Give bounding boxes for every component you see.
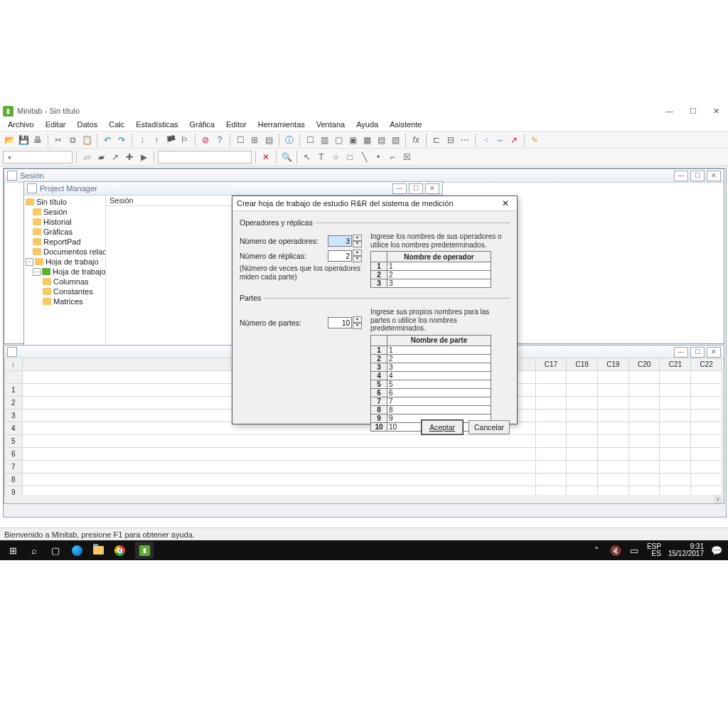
brush-icon[interactable]: ✎ (528, 134, 541, 146)
cut-icon[interactable]: ✂ (52, 134, 65, 146)
tool-c-icon[interactable]: ▤ (262, 134, 275, 146)
dot-icon[interactable]: • (372, 151, 385, 164)
chart-a-icon[interactable]: ⊏ (430, 134, 443, 146)
stop-icon[interactable]: ⊘ (199, 134, 212, 146)
spin-down-icon[interactable]: ▾ (353, 323, 362, 329)
volume-icon[interactable]: 🔇 (610, 545, 621, 556)
menu-grafica[interactable]: Gráfica (185, 119, 220, 129)
taskview-icon[interactable]: ▢ (50, 545, 61, 556)
scatter-icon[interactable]: ⁖ (479, 134, 492, 146)
operadores-table[interactable]: Nombre de operador 11 22 33 (370, 251, 491, 288)
variable-select[interactable]: ▾ (3, 151, 73, 164)
ws-close-button[interactable]: ✕ (707, 347, 721, 358)
tool-a-icon[interactable]: ☐ (234, 134, 247, 146)
assist-e-icon[interactable]: ▶ (137, 151, 150, 164)
chart-b-icon[interactable]: ⊟ (444, 134, 457, 146)
tree-item[interactable]: ReportPad (43, 237, 81, 246)
assist-c-icon[interactable]: ↗ (109, 151, 122, 164)
num-partes-input[interactable] (328, 317, 352, 328)
redo-icon[interactable]: ↷ (115, 134, 128, 146)
aceptar-button[interactable]: Aceptar (422, 420, 463, 434)
menu-editor[interactable]: Editor (221, 119, 252, 129)
regress-icon[interactable]: ↗ (508, 134, 520, 146)
print-icon[interactable]: 🖶 (31, 134, 44, 146)
cancelar-button[interactable]: Cancelar (469, 420, 510, 434)
network-icon[interactable]: ▭ (628, 545, 640, 556)
menu-ayuda[interactable]: Ayuda (351, 119, 383, 129)
search-taskbar-icon[interactable]: ⌕ (28, 545, 40, 556)
tree-item[interactable]: Gráficas (43, 228, 73, 236)
language-indicator[interactable]: ESPES (647, 543, 661, 558)
undo-icon[interactable]: ↶ (101, 134, 114, 146)
tray-up-icon[interactable]: ˄ (592, 545, 603, 556)
tree-worksheets[interactable]: Hoja de trabajo (46, 257, 99, 266)
nav-next-icon[interactable]: ↑ (150, 134, 163, 146)
menu-estadisticas[interactable]: Estadísticas (131, 119, 183, 129)
num-replicas-input[interactable] (328, 250, 352, 262)
spin-up-icon[interactable]: ▴ (353, 235, 362, 241)
num-operadores-input[interactable] (328, 235, 352, 247)
notifications-icon[interactable]: 💬 (711, 545, 722, 556)
tree-collapse-icon[interactable]: – (26, 258, 33, 266)
find2-icon[interactable]: 🏳 (178, 134, 191, 146)
tree-item[interactable]: Constantes (53, 287, 93, 296)
tool-h-icon[interactable]: ▦ (360, 134, 373, 146)
session-min-button[interactable]: — (674, 171, 688, 181)
ws-scroll-right-icon[interactable]: › (714, 495, 722, 503)
circle-icon[interactable]: ○ (329, 151, 342, 164)
chrome-icon[interactable] (114, 545, 125, 556)
menu-editar[interactable]: Editar (41, 119, 71, 129)
marker-icon[interactable]: ☒ (400, 151, 413, 164)
maximize-button[interactable]: ☐ (681, 104, 705, 118)
tree-ws1[interactable]: Hoja de trabajo 1 (53, 267, 106, 276)
partes-table[interactable]: Nombre de parte 11 22 33 44 55 66 77 88 … (370, 335, 491, 432)
tool-b-icon[interactable]: ⊞ (248, 134, 261, 146)
help-icon[interactable]: ? (213, 134, 226, 146)
save-icon[interactable]: 💾 (17, 134, 30, 146)
tree-item[interactable]: Sesión (43, 208, 68, 216)
tree-item[interactable]: Columnas (53, 277, 89, 286)
poly-icon[interactable]: ⌐ (386, 151, 399, 164)
assist-b-icon[interactable]: ▰ (95, 151, 107, 164)
pm-min-button[interactable]: — (392, 183, 407, 194)
formula-input[interactable] (158, 151, 252, 164)
menu-asistente[interactable]: Asistente (385, 119, 427, 129)
minitab-taskbar-icon[interactable]: ▮ (135, 542, 154, 559)
search-icon[interactable]: 🔍 (280, 151, 293, 164)
spin-down-icon[interactable]: ▾ (353, 241, 362, 247)
tree-root[interactable]: Sin título (36, 198, 67, 206)
tree-item[interactable]: Historial (43, 218, 72, 226)
session-max-button[interactable]: ☐ (690, 171, 705, 181)
open-icon[interactable]: 📂 (3, 134, 16, 146)
edge-icon[interactable] (71, 545, 82, 556)
nav-prev-icon[interactable]: ↓ (136, 134, 149, 146)
text-icon[interactable]: T (315, 151, 328, 164)
pm-max-button[interactable]: ☐ (409, 183, 423, 194)
menu-herramientas[interactable]: Herramientas (253, 119, 310, 129)
chart-c-icon[interactable]: ⋯ (459, 134, 471, 146)
minimize-button[interactable]: — (658, 104, 681, 118)
paste-icon[interactable]: 📋 (80, 134, 93, 146)
menu-ventana[interactable]: Ventana (311, 119, 350, 129)
tool-i-icon[interactable]: ▤ (375, 134, 387, 146)
assist-a-icon[interactable]: ▱ (80, 151, 93, 164)
pm-close-button[interactable]: ✕ (425, 183, 439, 194)
dialog-close-button[interactable]: ✕ (498, 197, 513, 210)
line2-icon[interactable]: ╲ (358, 151, 370, 164)
tree-item[interactable]: Matrices (53, 297, 83, 306)
copy-icon[interactable]: ⧉ (66, 134, 79, 146)
assist-d-icon[interactable]: ✚ (123, 151, 136, 164)
tree-collapse-icon[interactable]: – (33, 268, 41, 276)
tool-d-icon[interactable]: ☐ (304, 134, 316, 146)
spin-up-icon[interactable]: ▴ (353, 316, 362, 323)
clock[interactable]: 9:3115/12/2017 (668, 543, 704, 558)
menu-archivo[interactable]: Archivo (3, 119, 39, 129)
tool-j-icon[interactable]: ▧ (389, 134, 402, 146)
session-close-button[interactable]: ✕ (707, 171, 721, 181)
close-button[interactable]: ✕ (705, 104, 728, 118)
start-button[interactable]: ⊞ (7, 545, 18, 556)
tree-item[interactable]: Documentos relacionados (43, 247, 106, 256)
info-icon[interactable]: ⓘ (283, 134, 296, 146)
line-icon[interactable]: ～ (493, 134, 506, 146)
menu-calc[interactable]: Calc (104, 119, 129, 129)
